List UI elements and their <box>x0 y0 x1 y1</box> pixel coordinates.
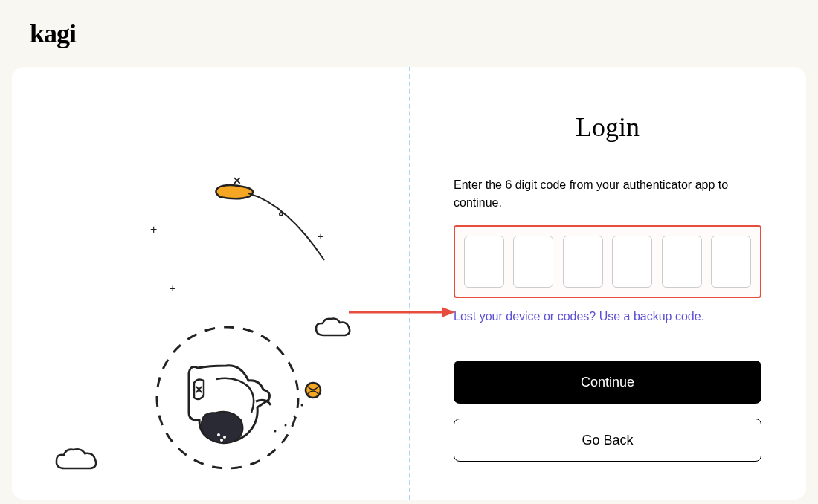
cloud-icon <box>53 446 101 476</box>
otp-digit-1[interactable] <box>464 236 504 288</box>
decoration-plus: + <box>150 223 157 236</box>
backup-code-link[interactable]: Lost your device or codes? Use a backup … <box>454 310 704 323</box>
svg-point-4 <box>285 424 287 427</box>
dog-illustration <box>146 312 332 498</box>
login-form-panel: Login Enter the 6 digit code from your a… <box>409 67 806 500</box>
otp-digit-4[interactable] <box>612 236 652 288</box>
page-title: Login <box>454 112 761 143</box>
decoration-x: ✕ <box>233 175 242 187</box>
otp-digit-2[interactable] <box>513 236 553 288</box>
illustration-panel: + ✕ + + <box>12 67 409 500</box>
decoration-dot <box>279 212 283 216</box>
svg-point-3 <box>294 416 296 418</box>
continue-button[interactable]: Continue <box>454 361 761 404</box>
svg-point-1 <box>306 383 321 398</box>
login-card: + ✕ + + <box>12 67 806 500</box>
svg-marker-10 <box>442 307 455 317</box>
vertical-divider <box>409 67 410 500</box>
svg-point-5 <box>274 430 277 433</box>
go-back-button[interactable]: Go Back <box>454 419 761 462</box>
otp-input-group <box>454 225 761 298</box>
brand-logo: kagi <box>30 18 788 49</box>
svg-point-7 <box>223 436 226 439</box>
otp-digit-3[interactable] <box>563 236 603 288</box>
annotation-arrow <box>345 305 457 320</box>
svg-point-8 <box>220 439 223 442</box>
svg-point-2 <box>301 404 303 407</box>
svg-point-6 <box>217 433 220 436</box>
otp-digit-6[interactable] <box>711 236 751 288</box>
otp-digit-5[interactable] <box>662 236 702 288</box>
comet-illustration <box>205 178 339 268</box>
decoration-plus: + <box>170 282 175 294</box>
instruction-text: Enter the 6 digit code from your authent… <box>454 176 761 212</box>
decoration-plus: + <box>318 230 323 242</box>
